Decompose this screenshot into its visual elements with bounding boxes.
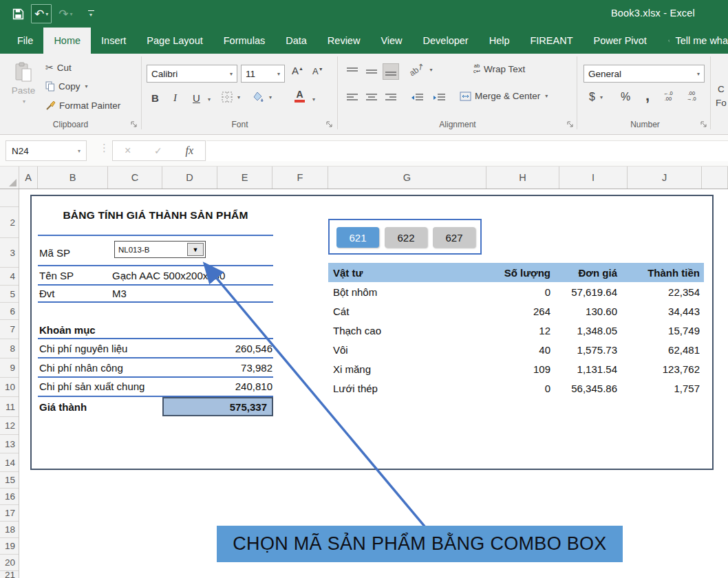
- merge-center-button[interactable]: Merge & Center ▾: [460, 91, 548, 101]
- tab-page-layout[interactable]: Page Layout: [136, 28, 213, 54]
- chevron-down-icon[interactable]: ▾: [312, 96, 315, 103]
- alignment-dialog-launcher-icon[interactable]: [567, 121, 574, 128]
- row-header-13[interactable]: 13: [0, 435, 19, 453]
- column-header-I[interactable]: I: [559, 167, 628, 189]
- tab-view[interactable]: View: [370, 28, 412, 54]
- comma-format-button[interactable]: ,: [645, 87, 650, 105]
- row-header-16[interactable]: 16: [0, 489, 19, 505]
- insert-function-icon[interactable]: fx: [186, 144, 194, 157]
- sheet-area[interactable]: 23456789101112131415161718192021 BẢNG TÍ…: [0, 189, 728, 578]
- format-painter-button[interactable]: Format Painter: [45, 100, 120, 111]
- number-dialog-launcher-icon[interactable]: [700, 121, 707, 128]
- select-all-corner[interactable]: [0, 167, 19, 189]
- enter-icon[interactable]: ✓: [154, 145, 162, 156]
- font-color-button[interactable]: A: [295, 89, 305, 103]
- column-header-J[interactable]: J: [628, 167, 702, 189]
- account-button-622[interactable]: 622: [385, 227, 427, 248]
- chevron-down-icon[interactable]: ▾: [208, 96, 211, 103]
- shrink-font-button[interactable]: A▼: [312, 66, 323, 76]
- orientation-button[interactable]: ab↗ ▾: [409, 65, 432, 74]
- font-dialog-launcher-icon[interactable]: [326, 121, 333, 128]
- customize-qat-button[interactable]: ▾: [85, 4, 97, 23]
- italic-button[interactable]: I: [173, 92, 177, 104]
- fill-color-button[interactable]: ▾: [252, 91, 272, 103]
- row-header-8[interactable]: 8: [0, 339, 19, 358]
- row-header-9[interactable]: 9: [0, 358, 19, 378]
- row-header-17[interactable]: 17: [0, 505, 19, 522]
- row-header-2[interactable]: 2: [0, 207, 19, 238]
- increase-decimal-button[interactable]: ←.0.00: [663, 91, 673, 102]
- column-header-partial[interactable]: [702, 167, 728, 189]
- row-header-15[interactable]: 15: [0, 472, 19, 489]
- column-header-G[interactable]: G: [328, 167, 486, 189]
- column-header-H[interactable]: H: [486, 167, 559, 189]
- account-button-621[interactable]: 621: [336, 227, 379, 248]
- conditional-formatting-clipped-label[interactable]: C: [718, 84, 725, 94]
- account-button-627[interactable]: 627: [433, 227, 475, 248]
- name-box[interactable]: N24 ▾: [6, 140, 87, 161]
- decrease-decimal-button[interactable]: .00→.0: [687, 91, 696, 102]
- bold-button[interactable]: B: [151, 92, 159, 104]
- row-header-3[interactable]: 3: [0, 238, 19, 268]
- tab-insert[interactable]: Insert: [91, 28, 136, 54]
- save-button[interactable]: [10, 4, 27, 23]
- column-header-A[interactable]: A: [19, 167, 38, 189]
- font-size-combo[interactable]: 11 ▾: [241, 65, 285, 83]
- cancel-icon[interactable]: ×: [125, 144, 131, 157]
- column-header-F[interactable]: F: [272, 167, 328, 189]
- font-name-combo[interactable]: Calibri ▾: [147, 65, 237, 83]
- grow-font-button[interactable]: A▲: [292, 65, 303, 76]
- row-header-12[interactable]: 12: [0, 417, 19, 435]
- tab-review[interactable]: Review: [317, 28, 371, 54]
- tab-power-pivot[interactable]: Power Pivot: [584, 28, 657, 54]
- row-header-19[interactable]: 19: [0, 538, 19, 555]
- tab-formulas[interactable]: Formulas: [213, 28, 275, 54]
- row-header-18[interactable]: 18: [0, 522, 19, 538]
- column-header-B[interactable]: B: [38, 167, 108, 189]
- row-header-5[interactable]: 5: [0, 286, 19, 303]
- column-header-E[interactable]: E: [217, 167, 272, 189]
- percent-format-button[interactable]: %: [621, 91, 630, 103]
- align-center-button[interactable]: [363, 89, 380, 106]
- combobox-dropdown-button[interactable]: ▼: [187, 243, 204, 256]
- align-bottom-button[interactable]: [383, 63, 399, 80]
- row-header-20[interactable]: 20: [0, 555, 19, 571]
- increase-indent-button[interactable]: [431, 89, 447, 106]
- drag-handle-icon[interactable]: ⋮: [99, 142, 109, 154]
- underline-button[interactable]: U: [193, 92, 200, 104]
- align-middle-button[interactable]: [363, 63, 380, 80]
- align-right-button[interactable]: [383, 89, 399, 106]
- currency-format-button[interactable]: $ ▾: [589, 91, 603, 103]
- row-header-21[interactable]: 21: [0, 571, 19, 578]
- row-header-11[interactable]: 11: [0, 397, 19, 417]
- row-header-6[interactable]: 6: [0, 303, 19, 320]
- row-header-7[interactable]: 7: [0, 320, 19, 339]
- wrap-text-button[interactable]: abc↩ Wrap Text: [473, 63, 525, 74]
- formula-input[interactable]: [206, 140, 728, 161]
- tab-data[interactable]: Data: [275, 28, 317, 54]
- align-top-button[interactable]: [344, 63, 361, 80]
- align-left-button[interactable]: [344, 89, 361, 106]
- column-header-D[interactable]: D: [162, 167, 217, 189]
- paste-button[interactable]: Paste ▾: [7, 58, 40, 118]
- redo-button[interactable]: ↷▾: [56, 4, 75, 23]
- column-header-C[interactable]: C: [108, 167, 162, 189]
- copy-button[interactable]: Copy ▾: [45, 81, 88, 92]
- tab-help[interactable]: Help: [479, 28, 520, 54]
- tab-developer[interactable]: Developer: [413, 28, 479, 54]
- tell-me-box[interactable]: Tell me wha: [668, 28, 728, 54]
- row-header-10[interactable]: 10: [0, 378, 19, 397]
- tab-fireant[interactable]: FIREANT: [520, 28, 583, 54]
- clipboard-dialog-launcher-icon[interactable]: [131, 121, 138, 128]
- decrease-indent-button[interactable]: [409, 89, 425, 106]
- undo-button[interactable]: ↶▾: [31, 4, 52, 23]
- cut-button[interactable]: ✂ Cut: [45, 62, 72, 73]
- row-header-partial[interactable]: [0, 189, 19, 207]
- tab-file[interactable]: File: [7, 28, 43, 54]
- number-format-combo[interactable]: General ▾: [584, 65, 705, 83]
- product-code-combobox[interactable]: NL013-B ▼: [114, 241, 206, 258]
- borders-button[interactable]: ▾: [222, 92, 240, 103]
- row-header-4[interactable]: 4: [0, 268, 19, 286]
- tab-home[interactable]: Home: [43, 28, 91, 54]
- row-header-14[interactable]: 14: [0, 453, 19, 472]
